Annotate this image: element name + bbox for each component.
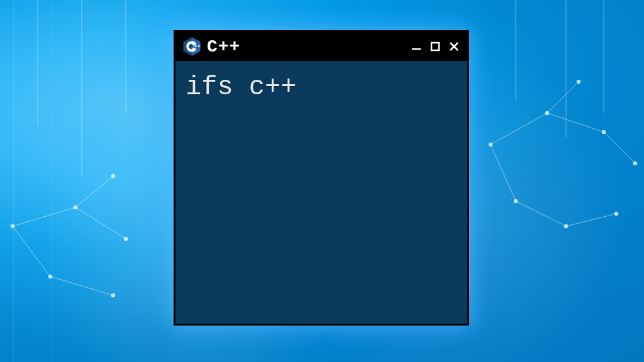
minimize-button[interactable] bbox=[409, 40, 423, 53]
svg-rect-35 bbox=[195, 45, 196, 47]
svg-rect-39 bbox=[431, 43, 439, 50]
cpp-logo-icon bbox=[182, 36, 202, 57]
titlebar[interactable]: C++ bbox=[175, 32, 467, 61]
close-button[interactable] bbox=[447, 40, 461, 53]
window-title: C++ bbox=[207, 37, 240, 57]
window-controls bbox=[409, 40, 461, 53]
svg-rect-37 bbox=[199, 45, 199, 47]
maximize-button[interactable] bbox=[428, 40, 442, 53]
code-line: ifs c++ bbox=[186, 72, 457, 102]
terminal-body[interactable]: ifs c++ bbox=[175, 61, 467, 324]
terminal-window: C++ ifs c++ bbox=[174, 30, 469, 326]
